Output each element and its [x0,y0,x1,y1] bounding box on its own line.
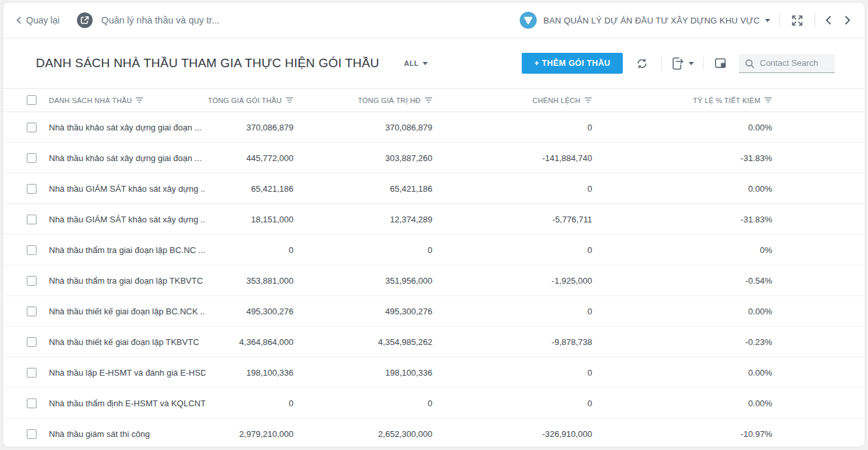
total-package-value: 370,086,879 [205,112,293,143]
total-contract-value: 370,086,879 [293,112,432,143]
total-contract-value: 351,956,000 [293,265,432,296]
back-label: Quay lại [26,15,59,25]
total-contract-value: 198,100,336 [293,357,432,388]
chevron-down-icon [423,62,428,65]
refresh-icon[interactable] [635,56,650,71]
total-contract-value: 495,300,276 [293,296,432,327]
savings-percent: -31.83% [592,143,865,173]
total-package-value: 0 [205,388,293,419]
row-checkbox[interactable] [27,184,37,194]
chevron-down-icon [765,19,770,22]
filter-icon [136,97,143,103]
table-row: Nhà thầu lập E-HSMT và đánh giá E-HSDT 1… [3,357,865,388]
table-row: Nhà thầu thẩm tra giai đoạn lập BC.NC ..… [3,235,865,265]
divider [779,12,780,28]
total-package-value: 353,881,000 [205,265,293,296]
next-page-icon[interactable] [843,14,852,26]
savings-percent: 0% [592,235,865,265]
app-title[interactable]: Quản lý nhà thầu và quy tr... [101,15,219,25]
difference-value: 0 [432,296,592,327]
savings-percent: 0.00% [592,296,865,327]
select-all-checkbox[interactable] [27,95,37,105]
table-row: Nhà thầu thẩm định E-HSMT và KQLCNT 0 0 … [3,388,865,419]
total-contract-value: 0 [293,235,432,265]
savings-percent: 0.00% [592,357,865,388]
difference-value: 0 [432,357,592,388]
scope-selector[interactable]: ALL [404,59,428,67]
top-bar: Quay lại Quản lý nhà thầu và quy tr... B… [3,3,865,38]
column-header-total-contract[interactable]: TỔNG GIÁ TRỊ HĐ [358,97,432,104]
contractor-name[interactable]: Nhà thầu thẩm tra giai đoạn lập BC.NC ..… [49,235,205,265]
difference-value: 0 [432,173,592,204]
main-panel: Quay lại Quản lý nhà thầu và quy tr... B… [3,2,865,447]
settings-panel-icon[interactable] [713,55,728,71]
filter-icon [286,97,293,103]
add-package-button[interactable]: + THÊM GÓI THẦU [522,53,623,74]
difference-value: -326,910,000 [432,419,592,448]
row-checkbox[interactable] [27,245,37,255]
fullscreen-icon[interactable] [789,12,805,29]
table-row: Nhà thầu GIÁM SÁT khảo sát xây dựng ... … [3,204,865,235]
total-package-value: 4,364,864,000 [205,327,293,357]
savings-percent: 0.00% [592,112,865,143]
search-input[interactable] [739,54,835,73]
contractor-name[interactable]: Nhà thầu khảo sát xây dựng giai đoạn ... [49,112,205,143]
chevron-left-icon [16,16,22,24]
contractor-name[interactable]: Nhà thầu khảo sát xây dựng giai đoạn ... [49,143,205,173]
difference-value: 0 [432,112,592,143]
export-menu[interactable] [671,57,694,70]
divider [815,12,815,28]
contractors-table: DANH SÁCH NHÀ THẦU TỔNG GIÁ GÓI THẦU TỔN… [3,88,865,447]
table-row: Nhà thầu GIÁM SÁT khảo sát xây dựng ... … [3,173,865,204]
contractor-name[interactable]: Nhà thầu GIÁM SÁT khảo sát xây dựng ... [49,173,205,204]
table-row: Nhà thầu thẩm tra giai đoạn lập TKBVTC 3… [3,265,865,296]
chevron-down-icon [689,62,694,65]
contractor-name[interactable]: Nhà thầu lập E-HSMT và đánh giá E-HSDT [49,357,205,388]
total-contract-value: 2,652,300,000 [293,419,432,448]
contractor-name[interactable]: Nhà thầu thẩm tra giai đoạn lập TKBVTC [49,265,205,296]
column-header-total-package[interactable]: TỔNG GIÁ GÓI THẦU [208,97,293,104]
difference-value: -5,776,711 [432,204,592,235]
row-checkbox[interactable] [27,215,37,224]
org-selector[interactable]: BAN QUẢN LÝ DỰ ÁN ĐẦU TƯ XÂY DỰNG KHU VỰ… [520,12,770,29]
toolbar: DANH SÁCH NHÀ THẦU THAM GIA THỰC HIỆN GÓ… [3,38,865,88]
scope-label: ALL [404,59,419,67]
contractor-name[interactable]: Nhà thầu thiết kế giai đoạn lập TKBVTC [49,327,205,357]
contractor-name[interactable]: Nhà thầu thẩm định E-HSMT và KQLCNT [49,388,205,419]
divider [661,55,662,71]
savings-percent: 0.00% [592,173,865,204]
row-checkbox[interactable] [27,123,37,132]
total-contract-value: 65,421,186 [293,173,432,204]
row-checkbox[interactable] [27,368,37,378]
contractor-name[interactable]: Nhà thầu thiết kế giai đoạn lập BC.NCK .… [49,296,205,327]
prev-page-icon[interactable] [824,14,833,26]
total-package-value: 495,300,276 [205,296,293,327]
column-header-difference[interactable]: CHÊNH LỆCH [532,97,592,104]
table-row: Nhà thầu khảo sát xây dựng giai đoạn ...… [3,143,865,173]
column-header-contractor[interactable]: DANH SÁCH NHÀ THẦU [49,97,143,104]
contractor-name[interactable]: Nhà thầu giám sát thi công [49,419,205,448]
difference-value: 0 [432,235,592,265]
row-checkbox[interactable] [27,398,37,408]
total-package-value: 18,151,000 [205,204,293,235]
row-checkbox[interactable] [27,276,37,286]
row-checkbox[interactable] [27,337,37,347]
filter-icon [584,97,592,103]
difference-value: 0 [432,388,592,419]
column-header-savings[interactable]: TỶ LỆ % TIẾT KIỆM [693,97,772,104]
table-row: Nhà thầu thiết kế giai đoạn lập BC.NCK .… [3,296,865,327]
contractor-name[interactable]: Nhà thầu GIÁM SÁT khảo sát xây dựng ... [49,204,205,235]
row-checkbox[interactable] [27,429,37,439]
divider [703,55,704,71]
savings-percent: -0.54% [592,265,865,296]
total-package-value: 2,979,210,000 [205,419,293,448]
savings-percent: -31.83% [592,204,865,235]
org-name: BAN QUẢN LÝ DỰ ÁN ĐẦU TƯ XÂY DỰNG KHU VỰ… [543,16,760,25]
row-checkbox[interactable] [27,153,37,163]
table-header-row: DANH SÁCH NHÀ THẦU TỔNG GIÁ GÓI THẦU TỔN… [3,89,865,112]
back-button[interactable]: Quay lại [16,15,59,25]
table-row: Nhà thầu giám sát thi công 2,979,210,000… [3,419,865,448]
external-link-icon[interactable] [76,12,93,29]
row-checkbox[interactable] [27,307,37,316]
total-contract-value: 0 [293,388,432,419]
